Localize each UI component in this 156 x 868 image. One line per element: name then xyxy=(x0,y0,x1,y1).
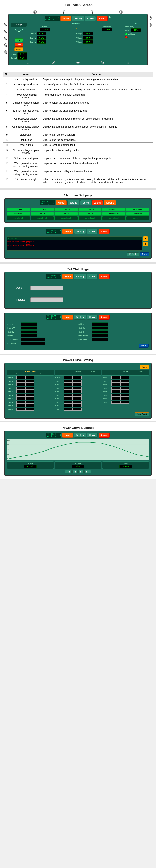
point-voltage-input2[interactable] xyxy=(64,394,73,397)
settings-nav-setting[interactable]: Setting xyxy=(74,315,86,320)
point-power-input2[interactable] xyxy=(73,387,82,390)
point-power-input[interactable] xyxy=(26,401,34,404)
user-input[interactable] xyxy=(30,286,63,290)
alert-item[interactable]: Output UV xyxy=(79,208,102,211)
nav-setting-btn[interactable]: Setting xyxy=(72,16,84,21)
curve-next-btn[interactable]: ▶▶ xyxy=(84,470,91,473)
point-power-input2[interactable] xyxy=(73,376,82,379)
grid-uv-field[interactable] xyxy=(21,334,37,338)
point-voltage-input3[interactable] xyxy=(112,401,120,404)
alert-item[interactable]: Over Temp xyxy=(126,208,150,211)
nav-alarm-btn[interactable]: Alarm xyxy=(97,16,107,21)
point-voltage-input3[interactable] xyxy=(112,383,120,386)
curve-nav-home[interactable]: Home xyxy=(62,433,73,438)
alert-log-curve[interactable]: Curve xyxy=(87,229,98,234)
set-nav-home[interactable]: Home xyxy=(62,274,73,279)
alert-back-top[interactable]: AlDone xyxy=(104,200,116,205)
point-voltage-input2[interactable] xyxy=(64,404,73,407)
alert-nav-curve[interactable]: Curve xyxy=(80,200,91,205)
point-voltage-input[interactable] xyxy=(17,397,25,400)
point-voltage-input3[interactable] xyxy=(112,397,120,400)
curve-right-btn[interactable]: ▶ xyxy=(79,470,84,473)
point-voltage-input3[interactable] xyxy=(112,390,120,393)
point-voltage-input3[interactable] xyxy=(112,387,120,390)
alert-item[interactable]: something2 xyxy=(31,216,54,220)
point-power-input2[interactable] xyxy=(73,404,82,407)
grid-uv2-field[interactable] xyxy=(92,327,108,330)
refresh-btn[interactable]: Refresh xyxy=(127,252,139,256)
point-voltage-input[interactable] xyxy=(17,376,25,379)
alert-nav-setting[interactable]: Setting xyxy=(67,200,80,205)
alert-item[interactable]: Grid OV xyxy=(31,212,54,216)
reset-btn[interactable]: Reset xyxy=(14,48,24,51)
scroll-down[interactable]: ▼ xyxy=(143,242,148,246)
point-voltage-input[interactable] xyxy=(17,380,25,382)
point-voltage-input[interactable] xyxy=(17,401,25,404)
alert-item[interactable]: Output OC xyxy=(102,208,126,211)
point-power-input3[interactable] xyxy=(121,397,129,400)
alert-item[interactable]: Grid UV xyxy=(54,212,78,216)
point-power-input3[interactable] xyxy=(121,380,129,382)
alert-item[interactable]: Max Power xyxy=(102,212,126,216)
point-voltage-input2[interactable] xyxy=(64,387,73,390)
ams-addr-field[interactable] xyxy=(21,338,45,341)
curve-save-btn[interactable]: Save xyxy=(140,365,149,369)
point-voltage-input2[interactable] xyxy=(64,380,73,382)
alert-log-alarm[interactable]: Alarm xyxy=(98,229,110,234)
nav-home-btn[interactable]: Home xyxy=(60,16,71,21)
point-voltage-input[interactable] xyxy=(17,390,25,393)
point-voltage-input3[interactable] xyxy=(112,394,120,397)
point-voltage-input2[interactable] xyxy=(64,401,73,404)
stop-btn[interactable]: Stop xyxy=(15,43,23,46)
settings-back-btn[interactable]: Back xyxy=(139,344,149,347)
alert-item[interactable]: Input OV xyxy=(6,208,30,211)
grid-ov-field[interactable] xyxy=(21,330,37,334)
point-power-input2[interactable] xyxy=(73,401,82,404)
point-power-input[interactable] xyxy=(26,383,34,386)
point-voltage-input[interactable] xyxy=(17,404,25,407)
point-power-input3[interactable] xyxy=(121,394,129,397)
settings-nav-home[interactable]: Home xyxy=(62,315,73,320)
grid-on-field[interactable] xyxy=(92,330,108,334)
curve-nav-setting[interactable]: Setting xyxy=(74,433,86,438)
point-power-input3[interactable] xyxy=(121,401,129,404)
settings-nav-alarm[interactable]: Alarm xyxy=(98,315,110,320)
point-voltage-input[interactable] xyxy=(17,383,25,386)
point-power-input3[interactable] xyxy=(121,390,129,393)
point-power-input3[interactable] xyxy=(121,376,129,379)
point-power-input[interactable] xyxy=(26,394,34,397)
alert-item[interactable]: Output OV xyxy=(54,208,78,211)
back-btn[interactable]: Back xyxy=(140,252,149,256)
point-power-input[interactable] xyxy=(26,408,34,410)
ip-addr-field[interactable] xyxy=(21,342,45,345)
start-btn[interactable]: Start xyxy=(15,38,23,42)
set-nav-curve[interactable]: Curve xyxy=(87,274,98,279)
point-voltage-input[interactable] xyxy=(17,408,25,410)
point-power-input[interactable] xyxy=(26,404,34,407)
alert-item[interactable]: something4 xyxy=(79,216,102,220)
point-power-input[interactable] xyxy=(26,390,34,393)
point-voltage-input2[interactable] xyxy=(64,376,73,379)
factory-input[interactable] xyxy=(30,298,63,302)
point-power-input3[interactable] xyxy=(121,383,129,386)
point-voltage-input[interactable] xyxy=(17,387,25,390)
alert-item[interactable]: something5 xyxy=(102,216,126,220)
alert-item[interactable]: something1 xyxy=(6,216,30,220)
alert-nav-alarm[interactable]: Alarm xyxy=(92,200,103,205)
settings-nav-curve[interactable]: Curve xyxy=(87,315,98,320)
alert-item[interactable]: Input UV xyxy=(31,208,54,211)
curve-prev-btn[interactable]: ◀◀ xyxy=(65,470,72,473)
point-voltage-input[interactable] xyxy=(17,394,25,397)
start-time-field[interactable] xyxy=(92,338,108,341)
scroll-up[interactable]: ▲ xyxy=(143,236,148,241)
alert-item[interactable]: Grid On xyxy=(79,212,102,216)
input-ov-field[interactable] xyxy=(21,322,37,326)
point-power-input2[interactable] xyxy=(73,380,82,382)
start-point-btn[interactable]: Start Point xyxy=(135,412,149,416)
point-power-input2[interactable] xyxy=(73,408,82,410)
point-power-input2[interactable] xyxy=(73,394,82,397)
point-power-input2[interactable] xyxy=(73,390,82,393)
alert-log-setting[interactable]: Setting xyxy=(74,229,86,234)
grid-of-field[interactable] xyxy=(92,322,108,326)
point-power-input[interactable] xyxy=(26,397,34,400)
